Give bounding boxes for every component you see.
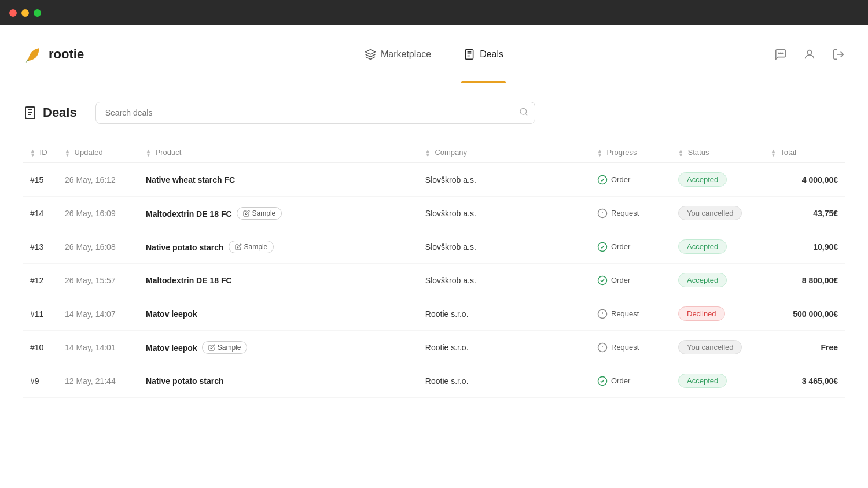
- svg-rect-1: [465, 49, 473, 59]
- svg-point-5: [778, 53, 779, 54]
- svg-point-6: [780, 53, 781, 54]
- user-profile-button[interactable]: [803, 48, 816, 61]
- cell-product: Matov leepok Sample: [139, 331, 418, 364]
- cell-company: Slovškrob a.s.: [418, 197, 590, 230]
- table-row[interactable]: #1426 May, 16:09Maltodextrin DE 18 FC Sa…: [23, 197, 845, 230]
- table-body: #1526 May, 16:12Native wheat starch FCSl…: [23, 163, 845, 398]
- cell-total: Free: [764, 331, 845, 364]
- progress-item: Request: [597, 309, 664, 319]
- cell-id: #13: [23, 230, 58, 264]
- nav-marketplace[interactable]: Marketplace: [362, 25, 433, 83]
- cell-status: You cancelled: [671, 331, 764, 364]
- cell-total: 43,75€: [764, 197, 845, 230]
- cell-status: Accepted: [671, 364, 764, 398]
- progress-label: Request: [611, 309, 639, 318]
- request-icon: [597, 342, 608, 353]
- titlebar: [0, 0, 868, 25]
- table-row[interactable]: #1526 May, 16:12Native wheat starch FCSl…: [23, 163, 845, 197]
- product-name: Maltodextrin DE 18 FC: [146, 276, 232, 285]
- nav-right: [774, 48, 845, 61]
- cell-company: Rootie s.r.o.: [418, 331, 590, 364]
- col-header-total[interactable]: ▲▼ Total: [764, 142, 845, 163]
- col-header-company[interactable]: ▲▼ Company: [418, 142, 590, 163]
- table-row[interactable]: #912 May, 21:44Native potato starchRooti…: [23, 364, 845, 398]
- top-nav: rootie Marketplace Deals: [0, 25, 868, 83]
- cell-progress: Request: [590, 197, 671, 230]
- svg-point-18: [598, 242, 607, 251]
- cell-product: Native potato starch Sample: [139, 230, 418, 264]
- table-row[interactable]: #1114 May, 14:07Matov leepokRootie s.r.o…: [23, 297, 845, 331]
- cell-total: 3 465,00€: [764, 364, 845, 398]
- page-title: Deals: [43, 105, 77, 120]
- product-name: Matov leepok: [146, 309, 197, 319]
- sample-badge[interactable]: Sample: [202, 341, 248, 354]
- page-title-wrap: Deals: [23, 105, 77, 120]
- minimize-button[interactable]: [21, 9, 29, 17]
- cell-company: Slovškrob a.s.: [418, 163, 590, 197]
- pencil-icon: [208, 344, 215, 351]
- logo-icon: [23, 44, 44, 65]
- col-header-updated[interactable]: ▲▼ Updated: [58, 142, 139, 163]
- status-badge: Accepted: [678, 239, 727, 254]
- col-header-status[interactable]: ▲▼ Status: [671, 142, 764, 163]
- cell-total: 500 000,00€: [764, 297, 845, 331]
- close-button[interactable]: [9, 9, 17, 17]
- cell-product: Native potato starch: [139, 364, 418, 398]
- sample-badge[interactable]: Sample: [229, 241, 274, 253]
- cell-id: #10: [23, 331, 58, 364]
- product-name: Maltodextrin DE 18 FC: [146, 209, 232, 219]
- cell-updated: 26 May, 15:57: [58, 264, 139, 297]
- status-badge: Accepted: [678, 172, 727, 187]
- cell-updated: 14 May, 14:07: [58, 297, 139, 331]
- progress-item: Request: [597, 208, 664, 219]
- col-header-product[interactable]: ▲▼ Product: [139, 142, 418, 163]
- cell-product: Maltodextrin DE 18 FC: [139, 264, 418, 297]
- sample-badge[interactable]: Sample: [237, 207, 282, 220]
- request-icon: [597, 309, 608, 319]
- cell-updated: 14 May, 14:01: [58, 331, 139, 364]
- cell-status: Accepted: [671, 264, 764, 297]
- chat-icon: [774, 48, 787, 61]
- cell-status: Declined: [671, 297, 764, 331]
- svg-point-8: [807, 50, 811, 54]
- svg-marker-0: [366, 49, 376, 54]
- cell-total: 8 800,00€: [764, 264, 845, 297]
- sort-arrows-company: ▲▼: [425, 149, 431, 157]
- col-header-progress[interactable]: ▲▼ Progress: [590, 142, 671, 163]
- svg-line-15: [525, 114, 527, 116]
- search-input[interactable]: [95, 102, 535, 124]
- table-row[interactable]: #1326 May, 16:08Native potato starch Sam…: [23, 230, 845, 264]
- table-row[interactable]: #1226 May, 15:57Maltodextrin DE 18 FCSlo…: [23, 264, 845, 297]
- svg-point-19: [598, 276, 607, 284]
- product-name: Native potato starch: [146, 243, 224, 252]
- progress-item: Order: [597, 242, 664, 252]
- cell-progress: Request: [590, 331, 671, 364]
- chat-button[interactable]: [774, 48, 787, 61]
- logo[interactable]: rootie: [23, 44, 84, 65]
- nav-marketplace-label: Marketplace: [381, 49, 431, 60]
- cell-product: Matov leepok: [139, 297, 418, 331]
- cell-total: 4 000,00€: [764, 163, 845, 197]
- nav-deals[interactable]: Deals: [461, 25, 506, 83]
- cell-product: Maltodextrin DE 18 FC Sample: [139, 197, 418, 230]
- progress-label: Request: [611, 343, 639, 352]
- progress-label: Order: [611, 175, 630, 184]
- cell-id: #12: [23, 264, 58, 297]
- col-header-id[interactable]: ▲▼ ID: [23, 142, 58, 163]
- cell-progress: Order: [590, 264, 671, 297]
- cell-status: Accepted: [671, 230, 764, 264]
- table-row[interactable]: #1014 May, 14:01Matov leepok SampleRooti…: [23, 331, 845, 364]
- cell-id: #14: [23, 197, 58, 230]
- cell-id: #9: [23, 364, 58, 398]
- maximize-button[interactable]: [34, 9, 41, 17]
- progress-item: Order: [597, 376, 664, 386]
- cell-updated: 26 May, 16:08: [58, 230, 139, 264]
- deals-table: ▲▼ ID ▲▼ Updated ▲▼ Product ▲▼ Company ▲…: [23, 142, 845, 398]
- pencil-icon: [235, 243, 242, 250]
- logout-button[interactable]: [832, 48, 845, 61]
- sort-arrows-status: ▲▼: [678, 149, 683, 157]
- table-header: ▲▼ ID ▲▼ Updated ▲▼ Product ▲▼ Company ▲…: [23, 142, 845, 163]
- progress-item: Order: [597, 275, 664, 286]
- order-icon: [597, 275, 608, 286]
- sort-arrows-updated: ▲▼: [65, 149, 70, 157]
